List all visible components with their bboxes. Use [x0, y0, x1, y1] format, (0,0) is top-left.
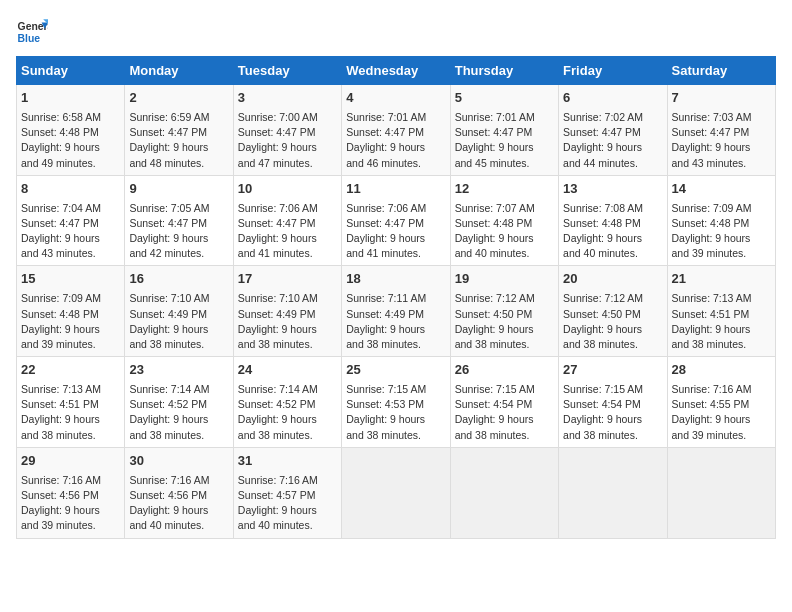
column-header-saturday: Saturday [667, 57, 775, 85]
day-number: 8 [21, 180, 120, 199]
calendar-cell: 29Sunrise: 7:16 AMSunset: 4:56 PMDayligh… [17, 447, 125, 538]
day-info-line: Sunset: 4:47 PM [21, 216, 120, 231]
day-info-line: and 38 minutes. [238, 337, 337, 352]
calendar-cell [342, 447, 450, 538]
day-info-line: Sunrise: 7:15 AM [346, 382, 445, 397]
day-info-line: Sunset: 4:47 PM [346, 125, 445, 140]
day-info-line: Daylight: 9 hours [21, 140, 120, 155]
day-info-line: Daylight: 9 hours [346, 140, 445, 155]
day-info-line: Daylight: 9 hours [238, 231, 337, 246]
day-info-line: Sunset: 4:49 PM [129, 307, 228, 322]
day-info-line: and 39 minutes. [672, 428, 771, 443]
day-info-line: Sunrise: 7:15 AM [455, 382, 554, 397]
day-info-line: and 38 minutes. [21, 428, 120, 443]
calendar-cell: 14Sunrise: 7:09 AMSunset: 4:48 PMDayligh… [667, 175, 775, 266]
day-info-line: Sunset: 4:52 PM [238, 397, 337, 412]
day-info-line: Daylight: 9 hours [455, 231, 554, 246]
column-header-tuesday: Tuesday [233, 57, 341, 85]
day-info-line: and 45 minutes. [455, 156, 554, 171]
calendar-cell: 1Sunrise: 6:58 AMSunset: 4:48 PMDaylight… [17, 85, 125, 176]
calendar-week-row: 8Sunrise: 7:04 AMSunset: 4:47 PMDaylight… [17, 175, 776, 266]
day-info-line: Sunrise: 7:06 AM [238, 201, 337, 216]
day-info-line: Daylight: 9 hours [21, 412, 120, 427]
day-number: 6 [563, 89, 662, 108]
calendar-header-row: SundayMondayTuesdayWednesdayThursdayFrid… [17, 57, 776, 85]
day-number: 10 [238, 180, 337, 199]
day-number: 25 [346, 361, 445, 380]
calendar-cell: 31Sunrise: 7:16 AMSunset: 4:57 PMDayligh… [233, 447, 341, 538]
day-info-line: Sunrise: 7:09 AM [21, 291, 120, 306]
calendar-cell: 30Sunrise: 7:16 AMSunset: 4:56 PMDayligh… [125, 447, 233, 538]
day-info-line: Daylight: 9 hours [672, 322, 771, 337]
day-info-line: Sunset: 4:47 PM [129, 216, 228, 231]
day-info-line: Sunrise: 7:14 AM [129, 382, 228, 397]
calendar-cell: 2Sunrise: 6:59 AMSunset: 4:47 PMDaylight… [125, 85, 233, 176]
day-info-line: Sunset: 4:47 PM [563, 125, 662, 140]
day-info-line: and 38 minutes. [563, 337, 662, 352]
day-info-line: and 38 minutes. [455, 428, 554, 443]
calendar-week-row: 29Sunrise: 7:16 AMSunset: 4:56 PMDayligh… [17, 447, 776, 538]
day-info-line: and 38 minutes. [563, 428, 662, 443]
day-info-line: Sunset: 4:49 PM [346, 307, 445, 322]
day-info-line: Sunset: 4:52 PM [129, 397, 228, 412]
day-info-line: and 38 minutes. [346, 428, 445, 443]
day-info-line: Daylight: 9 hours [563, 140, 662, 155]
day-info-line: and 47 minutes. [238, 156, 337, 171]
calendar-cell: 22Sunrise: 7:13 AMSunset: 4:51 PMDayligh… [17, 357, 125, 448]
day-info-line: and 43 minutes. [21, 246, 120, 261]
calendar-cell [667, 447, 775, 538]
column-header-sunday: Sunday [17, 57, 125, 85]
day-number: 3 [238, 89, 337, 108]
day-number: 23 [129, 361, 228, 380]
day-number: 20 [563, 270, 662, 289]
day-info-line: and 39 minutes. [672, 246, 771, 261]
day-number: 2 [129, 89, 228, 108]
day-info-line: and 41 minutes. [346, 246, 445, 261]
calendar-cell: 7Sunrise: 7:03 AMSunset: 4:47 PMDaylight… [667, 85, 775, 176]
day-info-line: Sunset: 4:57 PM [238, 488, 337, 503]
day-info-line: Daylight: 9 hours [455, 140, 554, 155]
calendar-cell [450, 447, 558, 538]
day-info-line: Sunset: 4:53 PM [346, 397, 445, 412]
day-info-line: Sunset: 4:51 PM [21, 397, 120, 412]
day-info-line: Sunset: 4:51 PM [672, 307, 771, 322]
column-header-monday: Monday [125, 57, 233, 85]
day-info-line: Sunset: 4:48 PM [455, 216, 554, 231]
day-info-line: Daylight: 9 hours [238, 412, 337, 427]
day-info-line: Daylight: 9 hours [21, 503, 120, 518]
calendar-cell: 15Sunrise: 7:09 AMSunset: 4:48 PMDayligh… [17, 266, 125, 357]
calendar-cell: 23Sunrise: 7:14 AMSunset: 4:52 PMDayligh… [125, 357, 233, 448]
day-info-line: Daylight: 9 hours [129, 322, 228, 337]
day-info-line: Sunrise: 7:08 AM [563, 201, 662, 216]
day-number: 17 [238, 270, 337, 289]
day-info-line: Sunset: 4:50 PM [455, 307, 554, 322]
day-info-line: Sunrise: 7:04 AM [21, 201, 120, 216]
day-info-line: Daylight: 9 hours [238, 322, 337, 337]
day-info-line: and 39 minutes. [21, 518, 120, 533]
day-info-line: Sunset: 4:47 PM [238, 125, 337, 140]
calendar-cell: 11Sunrise: 7:06 AMSunset: 4:47 PMDayligh… [342, 175, 450, 266]
day-info-line: and 48 minutes. [129, 156, 228, 171]
day-info-line: Sunset: 4:47 PM [672, 125, 771, 140]
day-info-line: and 38 minutes. [672, 337, 771, 352]
day-info-line: and 43 minutes. [672, 156, 771, 171]
day-info-line: Daylight: 9 hours [129, 412, 228, 427]
day-info-line: Sunrise: 7:11 AM [346, 291, 445, 306]
day-info-line: Daylight: 9 hours [455, 322, 554, 337]
day-info-line: Daylight: 9 hours [455, 412, 554, 427]
day-info-line: and 44 minutes. [563, 156, 662, 171]
calendar-cell: 28Sunrise: 7:16 AMSunset: 4:55 PMDayligh… [667, 357, 775, 448]
calendar-cell: 10Sunrise: 7:06 AMSunset: 4:47 PMDayligh… [233, 175, 341, 266]
day-info-line: Daylight: 9 hours [346, 412, 445, 427]
day-info-line: Sunset: 4:49 PM [238, 307, 337, 322]
day-info-line: Daylight: 9 hours [129, 231, 228, 246]
calendar-week-row: 22Sunrise: 7:13 AMSunset: 4:51 PMDayligh… [17, 357, 776, 448]
day-info-line: Sunset: 4:50 PM [563, 307, 662, 322]
day-info-line: Sunrise: 7:13 AM [21, 382, 120, 397]
day-number: 24 [238, 361, 337, 380]
day-info-line: Sunrise: 6:59 AM [129, 110, 228, 125]
calendar-table: SundayMondayTuesdayWednesdayThursdayFrid… [16, 56, 776, 539]
day-number: 5 [455, 89, 554, 108]
day-info-line: and 40 minutes. [455, 246, 554, 261]
day-number: 15 [21, 270, 120, 289]
